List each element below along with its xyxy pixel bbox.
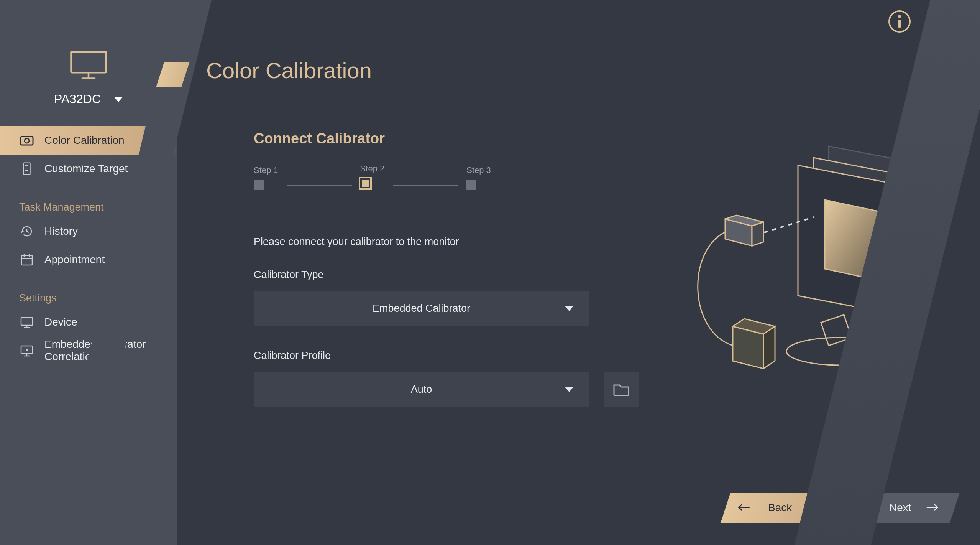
sidebar-item-label: Appointment: [44, 254, 105, 266]
folder-icon: [612, 380, 631, 399]
svg-rect-3: [71, 52, 106, 73]
monitor-dot-icon: [19, 343, 34, 358]
calendar-icon: [19, 252, 34, 267]
device-select[interactable]: PA32DC: [0, 92, 177, 106]
calibrator-profile-select[interactable]: Auto: [254, 372, 589, 407]
sidebar-item-label: History: [44, 225, 78, 237]
sidebar: PA32DC Color Calibration Customize Targe…: [0, 0, 177, 545]
arrow-right-icon: [926, 502, 939, 514]
svg-rect-8: [23, 163, 30, 175]
chevron-down-icon: [565, 387, 574, 392]
sidebar-item-label: Customize Target: [44, 163, 128, 175]
step-label: Step 3: [466, 165, 491, 175]
page-title: Color Calibration: [206, 58, 372, 83]
step-marker: [466, 180, 476, 190]
sidebar-item-embedded-calibrator-correlation[interactable]: Embedded Calibrator Correlation: [0, 336, 177, 365]
step-marker: [254, 180, 264, 190]
camera-icon: [19, 133, 34, 148]
step-label: Step 1: [254, 165, 278, 175]
sidebar-section-settings: Settings: [0, 274, 177, 308]
browse-profile-button[interactable]: [604, 372, 639, 407]
monitor-icon: [69, 50, 108, 81]
step-1: Step 1: [254, 165, 278, 190]
next-button-label: Next: [889, 502, 911, 514]
sidebar-item-label: Embedded Calibrator Correlation: [44, 338, 177, 363]
chevron-down-icon: [565, 306, 574, 311]
sidebar-item-history[interactable]: History: [0, 217, 177, 245]
sidebar-item-label: Device: [44, 316, 77, 328]
svg-rect-16: [21, 318, 33, 325]
step-3: Step 3: [466, 165, 491, 190]
chevron-down-icon: [114, 97, 123, 102]
step-connector: [287, 185, 352, 186]
step-connector: [393, 185, 458, 186]
calibrator-profile-value: Auto: [411, 384, 432, 395]
sidebar-item-color-calibration[interactable]: Color Calibration: [0, 126, 177, 155]
ruler-icon: [19, 161, 34, 176]
svg-rect-2: [898, 20, 901, 28]
step-label: Step 2: [360, 164, 385, 174]
step-2: Step 2: [360, 164, 385, 190]
history-icon: [19, 224, 34, 239]
step-marker-active: [359, 177, 372, 190]
sidebar-item-device[interactable]: Device: [0, 308, 177, 336]
svg-point-7: [25, 138, 29, 143]
info-button[interactable]: [888, 10, 911, 33]
svg-point-20: [26, 349, 28, 351]
back-button-label: Back: [768, 502, 792, 514]
svg-rect-12: [21, 255, 32, 265]
svg-rect-1: [898, 15, 901, 18]
arrow-left-icon: [737, 502, 750, 514]
sidebar-item-appointment[interactable]: Appointment: [0, 245, 177, 274]
sidebar-item-label: Color Calibration: [44, 134, 125, 147]
sidebar-section-task: Task Management: [0, 183, 177, 217]
device-select-value: PA32DC: [54, 92, 101, 106]
calibrator-type-value: Embedded Calibrator: [373, 303, 470, 314]
calibrator-type-select[interactable]: Embedded Calibrator: [254, 291, 589, 326]
svg-rect-6: [21, 137, 33, 145]
sidebar-item-customize-target[interactable]: Customize Target: [0, 155, 177, 183]
monitor-small-icon: [19, 314, 34, 330]
